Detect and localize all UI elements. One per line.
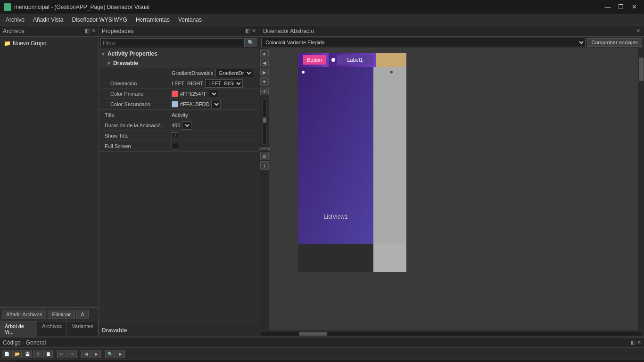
menu-archivo[interactable]: Archivo	[2, 16, 28, 24]
nav-up-button[interactable]: ▲	[260, 49, 269, 58]
props-search: 🔍	[99, 37, 259, 49]
activity-body-row: ListView1	[298, 67, 406, 244]
orientacion-value: LEFT_RIGHT LEFT_RIGHT	[170, 79, 259, 88]
title-dot	[331, 58, 335, 62]
code-close-icon[interactable]: ✕	[637, 339, 641, 346]
props-title: Propiedades	[102, 28, 133, 34]
props-search-button[interactable]: 🔍	[244, 38, 257, 47]
variant-dropdown[interactable]: Coincidir Variante Elegida	[261, 38, 586, 47]
code-tool-save[interactable]: 💾	[23, 350, 32, 358]
color-primario-swatch[interactable]	[172, 90, 178, 97]
app-icon	[4, 3, 11, 11]
drawable-value-row: GradientDrawable GradientDrawable	[99, 68, 259, 78]
panel-header-icons: ◧ ✕	[85, 28, 96, 34]
activity-footer	[298, 244, 373, 272]
code-tool-run[interactable]: ▶	[116, 350, 125, 358]
activity-footer-row	[298, 244, 406, 272]
menu-herramientas[interactable]: Herramientas	[132, 16, 173, 24]
nav-down-button[interactable]: ▼	[260, 77, 269, 86]
props-pin-icon[interactable]: ◧	[245, 28, 250, 34]
zoom-track[interactable]	[263, 98, 266, 145]
color-secundario-value[interactable]: #FFA1BFDD ▼	[170, 100, 259, 108]
color-primario-text: #FF52547F	[180, 91, 207, 97]
eliminar-button[interactable]: Eliminar	[48, 310, 75, 319]
minimize-button[interactable]: —	[602, 2, 614, 12]
show-title-value[interactable]: ✓	[170, 132, 259, 139]
code-tool-paste[interactable]: 📋	[43, 350, 53, 358]
nav-left-button[interactable]: ◀	[260, 58, 269, 67]
activity-preview: Button Label1 ListView1	[298, 53, 406, 330]
nav-reset-button[interactable]: ◁▷	[260, 87, 269, 95]
full-screen-value[interactable]	[170, 143, 259, 149]
designer-area: Diseñador Abstracto ✕ Coincidir Variante…	[259, 25, 644, 337]
code-tool-indent-left[interactable]: ◀	[81, 350, 91, 358]
drawable-section: ▼ Drawable GradientDrawable GradientDraw…	[99, 58, 259, 110]
code-text[interactable]: 'All variants script AutoScaleAll If Lan…	[14, 360, 644, 362]
color-primario-dropdown[interactable]: ▼	[209, 90, 218, 98]
props-close-icon[interactable]: ✕	[252, 28, 256, 34]
color-secundario-text: #FFA1BFDD	[180, 101, 209, 107]
code-tool-sep2	[79, 350, 79, 358]
duracion-dropdown[interactable]: ▼	[182, 121, 191, 130]
props-header-icons: ◧ ✕	[245, 28, 256, 34]
bottom-tabs: Árbol de Vi... Archivos Variantes	[0, 321, 99, 337]
show-title-label: Show Title	[99, 133, 170, 139]
designer-hscroll[interactable]	[259, 330, 644, 337]
code-tool-redo[interactable]: ↪	[67, 350, 77, 358]
right-vscroll[interactable]	[637, 48, 644, 330]
zoom-fit-button[interactable]: ⊞	[260, 152, 269, 160]
menu-ventanas[interactable]: Ventanas	[174, 16, 206, 24]
anadir-archivos-button[interactable]: Añadir Archivos	[2, 310, 46, 319]
tab-archivos[interactable]: Archivos	[37, 321, 67, 337]
orientacion-dropdown[interactable]: LEFT_RIGHT	[205, 79, 243, 88]
menu-diseñador[interactable]: Diseñador WYSIWYG	[68, 16, 131, 24]
archivos-panel-header: Archivos ◧ ✕	[0, 25, 99, 37]
panel-close-icon[interactable]: ✕	[91, 28, 96, 34]
color-primario-value[interactable]: #FF52547F ▼	[170, 90, 259, 98]
nav-right-button[interactable]: ▶	[260, 68, 269, 76]
code-tool-new[interactable]: 📄	[2, 350, 11, 358]
activity-body: ListView1	[298, 67, 373, 244]
tab-variantes[interactable]: Variantes	[67, 321, 99, 337]
drawable-header[interactable]: ▼ Drawable	[99, 58, 259, 68]
check-anchors-button[interactable]: Comprobar anclajes	[587, 38, 642, 47]
full-screen-checkbox[interactable]	[172, 143, 178, 149]
code-tool-sep1	[55, 350, 55, 358]
hscroll-track[interactable]	[261, 332, 642, 336]
menu-anadir-vista[interactable]: Añadir Vista	[29, 16, 67, 24]
zoom-export-button[interactable]: ⤓	[260, 161, 269, 170]
drawable-dropdown[interactable]: GradientDrawable	[215, 69, 253, 77]
color-secundario-dropdown[interactable]: ▼	[211, 100, 221, 108]
code-tool-indent-right[interactable]: ▶	[91, 350, 101, 358]
close-button[interactable]: ✕	[628, 2, 640, 12]
body-dot-tl	[302, 71, 305, 74]
activity-properties-header[interactable]: ▼ Activity Properties	[99, 49, 259, 58]
code-pin-icon[interactable]: ◧	[630, 339, 635, 346]
designer-close-icon[interactable]: ✕	[636, 28, 640, 34]
panel-pin-icon[interactable]: ◧	[85, 28, 90, 34]
code-tool-open[interactable]: 📂	[12, 350, 22, 358]
tab-arbol[interactable]: Árbol de Vi...	[0, 321, 37, 337]
color-primario-label: Color Primario	[99, 91, 170, 97]
designer-toolbar-row: Coincidir Variante Elegida Comprobar anc…	[259, 37, 644, 48]
code-tool-copy[interactable]: ⎘	[33, 350, 42, 358]
activity-button[interactable]: Button	[303, 55, 326, 65]
bottom-area: Código - General ◧ ✕ 📄 📂 💾 ⎘ 📋 ↩ ↪ ◀ ▶ 🔍…	[0, 337, 644, 362]
tree-item-nuevo-grupo[interactable]: 📁 Nuevo Grupo	[2, 39, 97, 48]
extra-button[interactable]: A	[76, 310, 88, 319]
show-title-checkbox[interactable]: ✓	[172, 132, 178, 139]
drawable-value: GradientDrawable GradientDrawable	[170, 69, 259, 77]
listview-label: ListView1	[324, 214, 348, 220]
props-filter-input[interactable]	[100, 38, 243, 47]
code-header: Código - General ◧ ✕	[0, 337, 644, 348]
code-tool-undo[interactable]: ↩	[57, 350, 66, 358]
show-title-row: Show Title ✓	[99, 131, 259, 141]
pink-dot	[301, 58, 301, 62]
color-secundario-swatch[interactable]	[172, 101, 178, 107]
archivos-content: 📁 Nuevo Grupo	[0, 37, 99, 307]
code-tool-search[interactable]: 🔍	[105, 350, 115, 358]
code-tool-sep3	[103, 350, 103, 358]
designer-canvas[interactable]: Button Label1 ListView1	[270, 48, 637, 330]
designer-title: Diseñador Abstracto	[263, 28, 314, 34]
restore-button[interactable]: ❐	[615, 2, 627, 12]
